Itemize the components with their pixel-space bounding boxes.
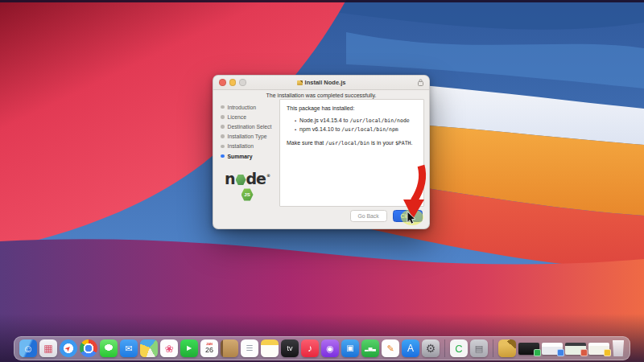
go-back-button[interactable]: Go Back (350, 210, 387, 222)
dock-item-utility-app[interactable]: ▤ (470, 339, 488, 357)
dock-separator (493, 339, 493, 357)
dock-item-minimized-finder-window[interactable] (542, 343, 563, 355)
nodejs-logo: n de ® JS (219, 170, 275, 201)
dock-item-reminders[interactable]: ☰ (241, 339, 258, 357)
logo-letter-n: n (225, 170, 235, 187)
dock-item-camtasia[interactable]: C (450, 339, 468, 357)
step-bullet-icon (221, 105, 225, 109)
path-note: Make sure that /usr/local/bin is in your… (287, 140, 417, 146)
close-button[interactable]: Close (393, 210, 423, 222)
step-installation: Installation (213, 142, 279, 151)
traffic-lights (219, 79, 246, 86)
step-summary: Summary (213, 151, 279, 161)
step-bullet-icon (221, 115, 225, 119)
content-heading: This package has installed: (287, 105, 417, 111)
dock-item-minimized-chrome-window[interactable] (565, 343, 586, 355)
dock-item-keynote[interactable]: ▣ (341, 339, 359, 357)
zoom-window-button[interactable] (239, 79, 246, 86)
installed-items-list: •Node.js v14.15.4 to /usr/local/bin/node… (287, 117, 417, 133)
step-label: Destination Select (228, 124, 272, 130)
app-badge-icon (534, 349, 541, 356)
step-label: Licence (228, 114, 246, 120)
step-licence: Licence (213, 112, 279, 121)
dock-item-app-store[interactable]: A (402, 339, 419, 357)
dock-item-messages[interactable] (100, 339, 118, 357)
step-bullet-icon (221, 134, 225, 138)
step-bullet-icon (221, 145, 225, 149)
minimize-window-button[interactable] (229, 79, 237, 86)
dock-item-launchpad[interactable]: ▦ (39, 339, 57, 357)
dock-item-podcasts[interactable]: ◉ (321, 339, 339, 357)
dock-item-facetime[interactable]: ▶ (180, 339, 198, 357)
step-installation-type: Installation Type (213, 132, 279, 142)
step-introduction: Introduction (213, 102, 279, 112)
installed-item: •npm v6.14.10 to /usr/local/bin/npm (295, 126, 417, 133)
dock-item-contacts[interactable] (221, 339, 238, 357)
dock-item-numbers[interactable]: ▂▅▃ (361, 339, 379, 357)
step-bullet-icon (221, 154, 225, 158)
dock-item-music[interactable]: ♪ (301, 339, 319, 357)
dock-item-trash[interactable] (612, 340, 625, 356)
dock-item-minimized-notes-window[interactable] (588, 343, 609, 355)
dock-item-photos[interactable]: ❀ (160, 339, 178, 357)
dock-item-apple-tv[interactable]: tv (281, 339, 299, 357)
close-window-button[interactable] (219, 79, 226, 86)
step-label: Introduction (228, 105, 257, 110)
dock-item-notes[interactable] (261, 339, 279, 357)
installed-item: •Node.js v14.15.4 to /usr/local/bin/node (295, 117, 417, 124)
dock: ☺▦➤✉❀▶JAN26☰tv♪◉▣▂▅▃✎A⚙C▤ (14, 336, 630, 360)
app-badge-icon (580, 349, 588, 356)
dock-separator (444, 339, 445, 357)
dock-item-mail[interactable]: ✉ (120, 339, 138, 357)
step-destination-select: Destination Select (213, 121, 279, 131)
button-row: Go Back Close (350, 210, 423, 222)
menu-bar-strip (0, 0, 644, 2)
installer-box-icon (297, 80, 303, 85)
window-titlebar[interactable]: Install Node.js (213, 76, 429, 90)
dock-item-installer-package[interactable] (498, 339, 516, 357)
logo-letters-de: de (246, 170, 266, 187)
app-badge-icon (604, 349, 611, 356)
step-label: Summary (228, 154, 253, 159)
js-hexagon-badge: JS (242, 188, 254, 201)
dock-item-minimized-recording-window[interactable] (518, 343, 539, 355)
registered-mark: ® (266, 173, 270, 178)
dock-item-calendar[interactable]: JAN26 (200, 339, 218, 357)
installer-steps: IntroductionLicenceDestination SelectIns… (213, 102, 279, 161)
dock-item-finder[interactable]: ☺ (19, 339, 37, 357)
step-label: Installation (228, 143, 254, 149)
dock-item-maps[interactable] (140, 339, 158, 357)
step-bullet-icon (221, 125, 225, 129)
dock-item-safari[interactable]: ➤ (60, 339, 77, 357)
status-message: The installation was completed successfu… (213, 93, 429, 98)
installer-window: Install Node.js The installation was com… (213, 75, 430, 229)
lock-icon (418, 79, 423, 86)
dock-item-chrome[interactable] (80, 339, 97, 357)
summary-content: This package has installed: •Node.js v14… (279, 99, 424, 207)
dock-item-pages[interactable]: ✎ (382, 339, 399, 357)
node-hexagon-icon (236, 175, 246, 186)
dock-item-system-preferences[interactable]: ⚙ (422, 339, 440, 357)
app-badge-icon (557, 349, 564, 356)
step-label: Installation Type (228, 134, 267, 139)
